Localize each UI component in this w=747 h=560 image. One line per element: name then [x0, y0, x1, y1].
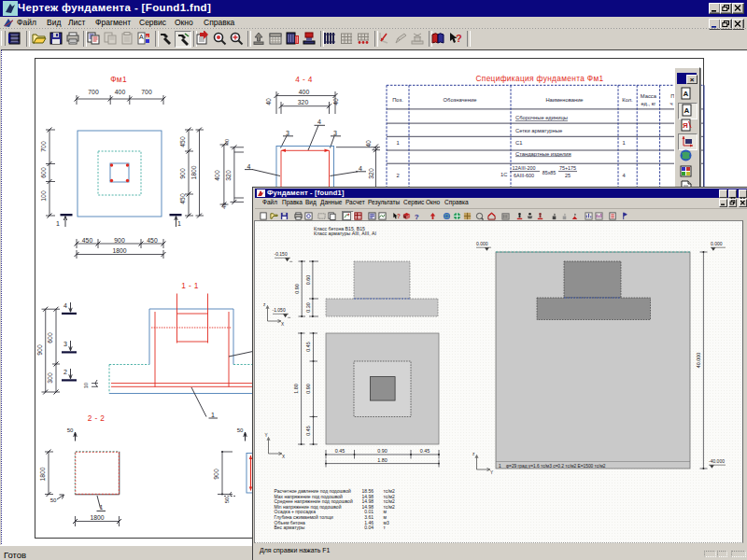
svg-text:40: 40: [332, 98, 339, 105]
svg-text:400: 400: [214, 170, 220, 181]
svg-text:0.45: 0.45: [420, 448, 430, 454]
svg-text:1800: 1800: [190, 165, 197, 179]
svg-text:Y: Y: [490, 470, 493, 475]
svg-text:X: X: [282, 455, 285, 459]
svg-text:1: 1: [211, 412, 215, 418]
svg-text:10: 10: [83, 383, 89, 388]
svg-text:X: X: [281, 322, 284, 327]
svg-text:1: 1: [56, 220, 60, 227]
svg-text:0.45: 0.45: [305, 426, 311, 436]
svg-text:40: 40: [265, 98, 272, 105]
svg-text:1: 1: [177, 220, 181, 227]
svg-text:50: 50: [50, 497, 57, 503]
svg-text:1 φ=29 град γ=1.6 тс/м3 с=0: 1 φ=29 град γ=1.6 тс/м3 с=0.2 тс/м2 Е=15…: [499, 464, 606, 469]
svg-text:3: 3: [63, 341, 67, 347]
svg-text:0.90: 0.90: [305, 384, 311, 394]
svg-text:0.04: 0.04: [364, 525, 374, 530]
svg-text:0.45: 0.45: [335, 448, 345, 454]
svg-text:3: 3: [333, 130, 337, 136]
svg-text:?: ?: [415, 213, 419, 220]
svg-text:Я: Я: [683, 121, 688, 130]
svg-text:900: 900: [179, 168, 186, 179]
svg-text:900: 900: [36, 344, 43, 356]
svg-text:Сетки арматурные: Сетки арматурные: [515, 128, 562, 133]
svg-text:4: 4: [63, 302, 67, 309]
svg-text:-1.050: -1.050: [273, 307, 286, 313]
svg-text:40: 40: [221, 203, 227, 208]
svg-text:-0.150: -0.150: [275, 251, 288, 257]
svg-text:300: 300: [47, 372, 53, 384]
svg-text:0.000: 0.000: [476, 241, 488, 246]
svg-text:Поз.: Поз.: [392, 97, 403, 103]
svg-text:900: 900: [114, 237, 125, 244]
svg-text:3: 3: [286, 130, 289, 136]
svg-text:1.80: 1.80: [293, 384, 299, 394]
svg-text:4: 4: [247, 163, 251, 170]
svg-text:1800: 1800: [112, 247, 126, 254]
svg-text:320: 320: [368, 168, 374, 179]
svg-text:40.000: 40.000: [696, 353, 701, 369]
svg-text:0.45: 0.45: [305, 342, 311, 352]
svg-text:Кол.: Кол.: [622, 97, 633, 103]
svg-text:Стандартные изделия: Стандартные изделия: [515, 151, 571, 157]
svg-text:ч: ч: [669, 101, 672, 106]
svg-text:85х85: 85х85: [543, 170, 557, 175]
svg-text:0.90: 0.90: [377, 448, 388, 454]
svg-text:Обозначение: Обозначение: [444, 97, 477, 103]
svg-text:100: 100: [40, 190, 47, 202]
svg-text:0.90: 0.90: [294, 284, 300, 294]
svg-text:700: 700: [40, 141, 47, 152]
svg-text:4: 4: [317, 119, 321, 125]
svg-text:Вес арматуры: Вес арматуры: [275, 525, 305, 530]
svg-text:-40.000: -40.000: [709, 458, 725, 464]
svg-text:т: т: [384, 525, 387, 530]
svg-text:Y: Y: [265, 433, 268, 438]
svg-text:1: 1: [396, 140, 399, 146]
svg-text:1 - 1: 1 - 1: [181, 281, 198, 290]
svg-text:0.000: 0.000: [711, 241, 723, 246]
svg-text:2 - 2: 2 - 2: [88, 413, 105, 423]
svg-text:320: 320: [225, 170, 232, 181]
svg-text:1800: 1800: [39, 467, 46, 481]
svg-text:6АIII-600: 6АIII-600: [514, 173, 534, 178]
svg-text:ед., кг: ед., кг: [641, 101, 655, 106]
svg-text:?: ?: [397, 213, 401, 219]
svg-text:450: 450: [82, 237, 93, 244]
svg-text:50: 50: [224, 497, 230, 503]
svg-text:A: A: [684, 106, 690, 115]
svg-text:Класс арматуры АIII, АIII, АI: Класс арматуры АIII, АIII, АI: [314, 231, 376, 236]
svg-text:Фм1: Фм1: [110, 75, 127, 84]
svg-text:A: A: [139, 34, 144, 40]
svg-text:1: 1: [622, 140, 625, 146]
svg-text:400: 400: [299, 89, 310, 95]
svg-text:z: z: [472, 452, 475, 456]
svg-text:1800: 1800: [90, 514, 104, 521]
svg-text:A: A: [684, 90, 689, 98]
svg-text:Наименование: Наименование: [545, 97, 583, 103]
svg-text:Спецификация фундамента Фм1: Спецификация фундамента Фм1: [475, 74, 603, 83]
svg-text:С1: С1: [515, 140, 522, 146]
svg-text:1: 1: [100, 504, 104, 511]
svg-text:400: 400: [115, 89, 126, 95]
svg-text:1С: 1С: [500, 172, 507, 177]
svg-text:40: 40: [224, 139, 230, 145]
svg-text:0.60: 0.60: [305, 275, 311, 286]
svg-text:600: 600: [47, 332, 53, 343]
svg-text:25: 25: [565, 173, 571, 178]
svg-text:Масса: Масса: [641, 93, 657, 99]
svg-text:600: 600: [40, 167, 47, 178]
svg-text:900: 900: [213, 469, 219, 480]
svg-text:700: 700: [141, 89, 152, 95]
svg-text:1.80: 1.80: [377, 457, 388, 463]
svg-text:450: 450: [179, 193, 186, 204]
svg-text:700: 700: [88, 89, 99, 95]
svg-text:?: ?: [456, 33, 462, 44]
svg-text:Сборочные единицы: Сборочные единицы: [515, 115, 568, 120]
svg-text:320: 320: [298, 99, 309, 105]
svg-text:450: 450: [179, 136, 186, 147]
svg-text:2: 2: [396, 173, 399, 178]
svg-text:50: 50: [237, 427, 244, 433]
svg-text:z: z: [263, 302, 266, 307]
svg-text:75+175: 75+175: [559, 165, 576, 171]
svg-text:4 - 4: 4 - 4: [295, 75, 312, 84]
